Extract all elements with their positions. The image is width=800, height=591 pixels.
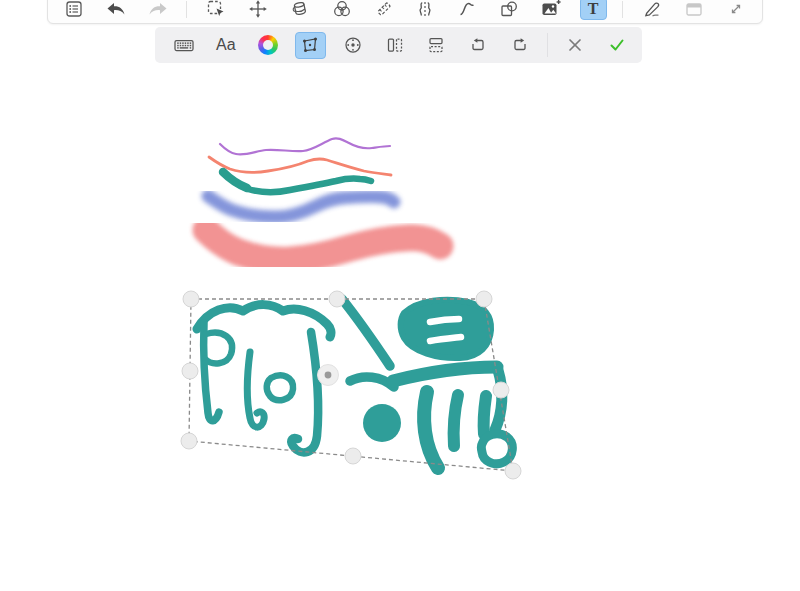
flip-horizontal-icon	[385, 35, 405, 55]
confirm-check-icon	[607, 35, 627, 55]
color-wheel-icon	[258, 35, 278, 55]
purple-stroke	[220, 138, 390, 154]
undo-icon	[105, 0, 127, 19]
flip-vertical-button[interactable]	[421, 31, 451, 59]
paint-bucket-icon	[290, 0, 310, 19]
handle-bottom-middle[interactable]	[345, 448, 361, 464]
predictive-stroke-tool-button[interactable]	[454, 0, 480, 20]
drawing-canvas[interactable]	[0, 0, 800, 591]
toolbar-separator	[547, 33, 548, 57]
glyph-tang	[342, 299, 512, 468]
ruler-tool-button[interactable]	[371, 0, 397, 20]
select-tool-button[interactable]	[203, 0, 229, 20]
rotate-button[interactable]	[338, 31, 368, 59]
import-image-icon	[541, 0, 561, 19]
text-tool-button[interactable]: T	[580, 0, 607, 20]
fullscreen-button[interactable]	[723, 0, 749, 20]
import-image-button[interactable]	[538, 0, 564, 20]
handle-bottom-right[interactable]	[505, 463, 521, 479]
handle-middle-left[interactable]	[182, 363, 198, 379]
blue-stroke	[208, 196, 394, 217]
menu-button[interactable]	[61, 0, 87, 20]
font-button[interactable]: Aa	[211, 31, 241, 59]
rotate-cw-button[interactable]	[505, 31, 535, 59]
pink-stroke	[206, 230, 440, 260]
window-canvas-icon	[684, 0, 704, 19]
move-arrows-icon	[248, 0, 268, 19]
distort-button[interactable]	[295, 32, 326, 59]
text-transform-toolbar: Aa	[155, 27, 642, 63]
text-tool-icon: T	[588, 1, 599, 17]
app-window: T	[0, 0, 800, 591]
toolbar-separator	[622, 1, 623, 18]
fill-tool-button[interactable]	[287, 0, 313, 20]
confirm-button[interactable]	[602, 31, 632, 59]
rotate-ccw-icon	[468, 35, 488, 55]
color-button[interactable]	[253, 31, 283, 59]
redo-button[interactable]	[145, 0, 171, 20]
rotate-cw-icon	[510, 35, 530, 55]
toolbar-separator	[186, 1, 187, 18]
teal-stroke-thick-start	[223, 172, 247, 188]
ruler-icon	[374, 0, 394, 19]
keyboard-button[interactable]	[169, 31, 199, 59]
color-blend-tool-button[interactable]	[329, 0, 355, 20]
main-toolbar: T	[47, 0, 763, 24]
glyph-a	[197, 305, 331, 453]
handle-top-middle[interactable]	[329, 291, 345, 307]
rotate-target-icon	[343, 35, 363, 55]
blend-circles-icon	[332, 0, 352, 19]
cancel-button[interactable]	[560, 31, 590, 59]
move-transform-tool-button[interactable]	[245, 0, 271, 20]
flip-vertical-icon	[426, 35, 446, 55]
pen-mode-button[interactable]	[639, 0, 665, 20]
center-pivot-handle[interactable]	[318, 365, 339, 386]
distort-quad-icon	[300, 35, 320, 55]
canvas-button[interactable]	[681, 0, 707, 20]
flip-horizontal-button[interactable]	[380, 31, 410, 59]
cancel-x-icon	[565, 35, 585, 55]
coral-stroke	[209, 157, 391, 175]
fullscreen-expand-icon	[726, 0, 746, 19]
shapes-tool-button[interactable]	[496, 0, 522, 20]
stylus-pen-icon	[642, 0, 662, 19]
handle-bottom-left[interactable]	[181, 433, 197, 449]
keyboard-icon	[173, 35, 195, 55]
selection-marquee-icon	[206, 0, 226, 19]
shapes-icon	[499, 0, 519, 19]
smooth-curve-icon	[457, 0, 477, 19]
symmetry-tool-button[interactable]	[412, 0, 438, 20]
handle-middle-right[interactable]	[493, 382, 509, 398]
text-object[interactable]	[197, 299, 512, 468]
brush-strokes	[206, 138, 440, 260]
handle-top-right[interactable]	[476, 291, 492, 307]
rotate-ccw-button[interactable]	[463, 31, 493, 59]
redo-icon	[147, 0, 169, 19]
menu-list-icon	[64, 0, 84, 19]
undo-button[interactable]	[103, 0, 129, 20]
handle-top-left[interactable]	[183, 291, 199, 307]
font-icon: Aa	[216, 36, 236, 54]
symmetry-icon	[415, 0, 435, 19]
